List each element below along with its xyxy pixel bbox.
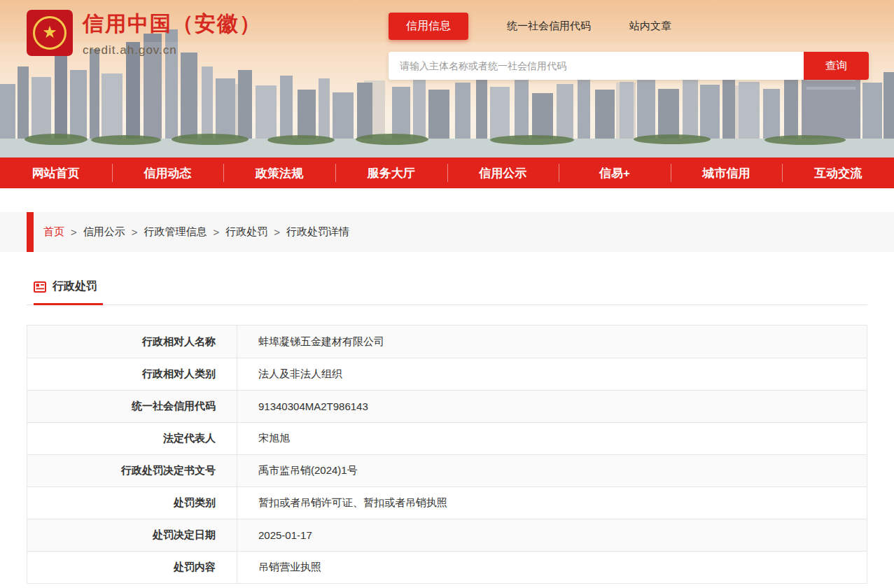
detail-row-label: 处罚内容 [27, 552, 237, 583]
nav-item-home[interactable]: 网站首页 [0, 158, 112, 188]
detail-row-value: 法人及非法人组织 [237, 358, 867, 390]
nav-item-city-credit[interactable]: 城市信用 [671, 158, 783, 188]
detail-row-label: 行政相对人名称 [27, 326, 237, 358]
site-logo[interactable]: ★ 信用中国（安徽） credit.ah.gov.cn [27, 10, 262, 57]
table-row: 统一社会信用代码 91340304MA2T986143 [27, 390, 867, 422]
national-emblem-icon: ★ [27, 10, 73, 56]
search-input[interactable] [389, 52, 804, 80]
detail-row-value: 2025-01-17 [237, 519, 867, 551]
tab-unified-code[interactable]: 统一社会信用代码 [507, 20, 591, 33]
detail-row-value: 禹市监吊销(2024)1号 [237, 455, 867, 486]
detail-row-label: 统一社会信用代码 [27, 391, 237, 422]
section-header: 行政处罚 [27, 279, 867, 305]
nav-item-interaction[interactable]: 互动交流 [782, 158, 894, 188]
tab-site-articles[interactable]: 站内文章 [629, 20, 671, 33]
table-row: 处罚内容 吊销营业执照 [27, 551, 867, 583]
search-bar: 查询 [389, 52, 869, 80]
detail-row-value: 蚌埠凝锑五金建材有限公司 [237, 326, 867, 358]
detail-row-label: 处罚决定日期 [27, 519, 237, 551]
detail-row-value: 暂扣或者吊销许可证、暂扣或者吊销执照 [237, 487, 867, 519]
breadcrumb-strip: 首页 > 信用公示 > 行政管理信息 > 行政处罚 > 行政处罚详情 [0, 212, 894, 252]
header-banner: ★ 信用中国（安徽） credit.ah.gov.cn 信用信息 统一社会信用代… [0, 0, 894, 158]
header-search-area: 信用信息 统一社会信用代码 站内文章 查询 [389, 13, 869, 80]
nav-item-credit-news[interactable]: 信用动态 [112, 158, 224, 188]
search-type-tabs: 信用信息 统一社会信用代码 站内文章 [389, 13, 869, 40]
detail-row-label: 行政处罚决定书文号 [27, 455, 237, 486]
nav-item-policies[interactable]: 政策法规 [223, 158, 335, 188]
breadcrumb-separator: > [132, 226, 138, 238]
breadcrumb-home[interactable]: 首页 [43, 225, 64, 239]
table-row: 法定代表人 宋旭旭 [27, 422, 867, 454]
table-row: 处罚决定日期 2025-01-17 [27, 519, 867, 551]
breadcrumb-separator: > [214, 226, 220, 238]
table-row: 处罚类别 暂扣或者吊销许可证、暂扣或者吊销执照 [27, 486, 867, 519]
breadcrumb-separator: > [71, 226, 77, 238]
table-row: 行政处罚决定书文号 禹市监吊销(2024)1号 [27, 454, 867, 486]
table-row: 行政相对人类别 法人及非法人组织 [27, 358, 867, 390]
tab-credit-info[interactable]: 信用信息 [389, 13, 468, 40]
detail-row-value: 吊销营业执照 [237, 552, 867, 583]
breadcrumb-credit-publicity[interactable]: 信用公示 [83, 225, 125, 239]
nav-item-xinyi-plus[interactable]: 信易+ [559, 158, 671, 188]
breadcrumb-admin-penalty[interactable]: 行政处罚 [225, 225, 267, 239]
search-button[interactable]: 查询 [804, 52, 869, 80]
detail-row-value: 宋旭旭 [237, 423, 867, 454]
breadcrumb: 首页 > 信用公示 > 行政管理信息 > 行政处罚 > 行政处罚详情 [43, 225, 349, 239]
breadcrumb-admin-info[interactable]: 行政管理信息 [144, 225, 207, 239]
detail-row-label: 法定代表人 [27, 423, 237, 454]
nav-item-service-hall[interactable]: 服务大厅 [335, 158, 447, 188]
detail-row-label: 行政相对人类别 [27, 358, 237, 390]
document-table-icon [34, 281, 46, 293]
logo-text-block: 信用中国（安徽） credit.ah.gov.cn [83, 10, 262, 57]
breadcrumb-penalty-detail: 行政处罚详情 [286, 225, 349, 239]
detail-row-value: 91340304MA2T986143 [237, 391, 867, 422]
breadcrumb-separator: > [274, 226, 280, 238]
nav-item-credit-publicity[interactable]: 信用公示 [447, 158, 559, 188]
penalty-detail-table: 行政相对人名称 蚌埠凝锑五金建材有限公司 行政相对人类别 法人及非法人组织 统一… [27, 325, 867, 584]
table-row: 行政相对人名称 蚌埠凝锑五金建材有限公司 [27, 326, 867, 358]
section-tab-admin-penalty[interactable]: 行政处罚 [34, 279, 103, 305]
main-navigation: 网站首页 信用动态 政策法规 服务大厅 信用公示 信易+ 城市信用 互动交流 [0, 158, 894, 188]
site-title: 信用中国（安徽） [83, 10, 262, 38]
detail-row-label: 处罚类别 [27, 487, 237, 519]
section-title: 行政处罚 [53, 279, 97, 294]
breadcrumb-accent-bar [27, 212, 34, 252]
site-domain: credit.ah.gov.cn [83, 43, 262, 57]
